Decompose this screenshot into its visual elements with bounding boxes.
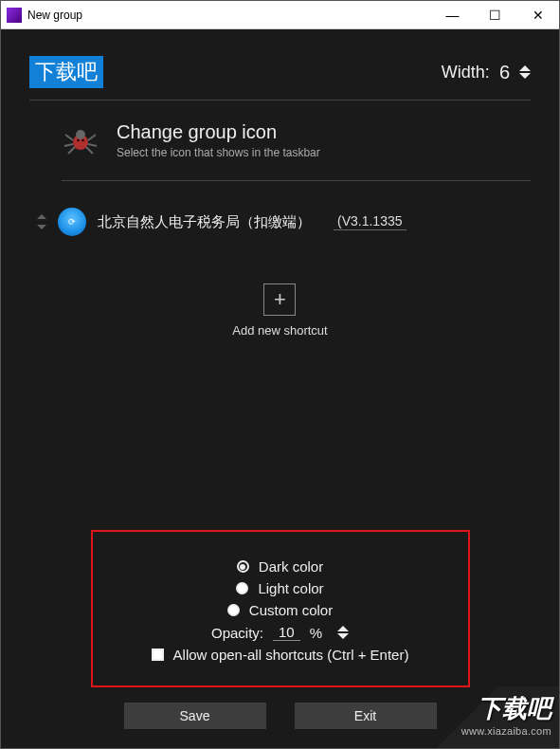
allow-open-all[interactable]: Allow open-all shortcuts (Ctrl + Enter) — [121, 647, 440, 663]
shortcut-name[interactable]: 北京自然人电子税务局（扣缴端） — [98, 213, 311, 231]
exit-button[interactable]: Exit — [295, 703, 437, 729]
spider-icon[interactable] — [62, 121, 99, 159]
radio-icon[interactable] — [237, 560, 249, 573]
opacity-label: Opacity: — [211, 625, 263, 641]
chevron-down-icon[interactable] — [519, 73, 531, 79]
shortcut-version-input[interactable]: (V3.1.1335 — [334, 213, 406, 230]
change-icon-subtitle: Select the icon that shows in the taskba… — [117, 146, 320, 159]
width-label: Width: — [442, 63, 490, 82]
save-button[interactable]: Save — [124, 703, 266, 729]
opacity-control: Opacity: 10 % — [121, 624, 440, 641]
change-icon-text: Change group icon Select the icon that s… — [117, 121, 320, 159]
add-shortcut-label: Add new shortcut — [232, 323, 327, 338]
radio-label: Dark color — [259, 558, 323, 575]
width-control: Width: 6 — [442, 62, 531, 83]
plus-icon[interactable]: + — [263, 283, 296, 316]
opacity-spinner[interactable] — [337, 626, 349, 639]
change-icon-section: Change group icon Select the icon that s… — [62, 121, 531, 181]
chevron-up-icon[interactable] — [337, 626, 349, 631]
shortcut-app-icon[interactable]: ⟳ — [58, 208, 86, 236]
chevron-down-icon[interactable] — [37, 225, 46, 229]
radio-dark[interactable]: Dark color — [121, 558, 440, 575]
width-value[interactable]: 6 — [497, 62, 512, 83]
checkbox-label: Allow open-all shortcuts (Ctrl + Enter) — [173, 647, 409, 663]
radio-label: Custom color — [249, 602, 333, 618]
app-icon — [7, 8, 22, 23]
svg-point-3 — [81, 139, 84, 142]
radio-custom[interactable]: Custom color — [121, 602, 440, 618]
minimize-button[interactable]: — — [431, 1, 474, 29]
add-shortcut[interactable]: + Add new shortcut — [232, 283, 327, 338]
svg-point-2 — [77, 139, 80, 142]
reorder-handle[interactable] — [37, 214, 46, 229]
checkbox-icon[interactable] — [152, 649, 164, 661]
content-area: 下载吧 Width: 6 Chan — [1, 29, 559, 748]
chevron-up-icon[interactable] — [37, 214, 46, 219]
radio-light[interactable]: Light color — [121, 580, 440, 596]
advanced-settings: Dark color Light color Custom color Opac… — [91, 530, 470, 687]
radio-icon[interactable] — [236, 582, 248, 594]
header-row: 下载吧 Width: 6 — [29, 56, 531, 100]
change-icon-title: Change group icon — [117, 121, 320, 143]
shortcut-row: ⟳ 北京自然人电子税务局（扣缴端） (V3.1.1335 — [37, 208, 531, 236]
opacity-unit: % — [310, 625, 322, 641]
button-row: Save Exit — [29, 703, 531, 729]
group-name-input[interactable]: 下载吧 — [29, 56, 103, 88]
window-controls: — ☐ ✕ — [431, 1, 559, 29]
width-spinner[interactable] — [519, 65, 531, 79]
window-title: New group — [27, 9, 431, 22]
maximize-button[interactable]: ☐ — [474, 1, 516, 29]
radio-label: Light color — [258, 580, 323, 596]
chevron-down-icon[interactable] — [337, 633, 349, 639]
window: New group — ☐ ✕ 下载吧 Width: 6 — [0, 0, 560, 749]
radio-icon[interactable] — [227, 604, 240, 616]
close-button[interactable]: ✕ — [516, 1, 559, 29]
opacity-value[interactable]: 10 — [273, 624, 300, 641]
svg-point-1 — [76, 130, 85, 139]
titlebar: New group — ☐ ✕ — [1, 1, 559, 29]
chevron-up-icon[interactable] — [519, 65, 531, 71]
